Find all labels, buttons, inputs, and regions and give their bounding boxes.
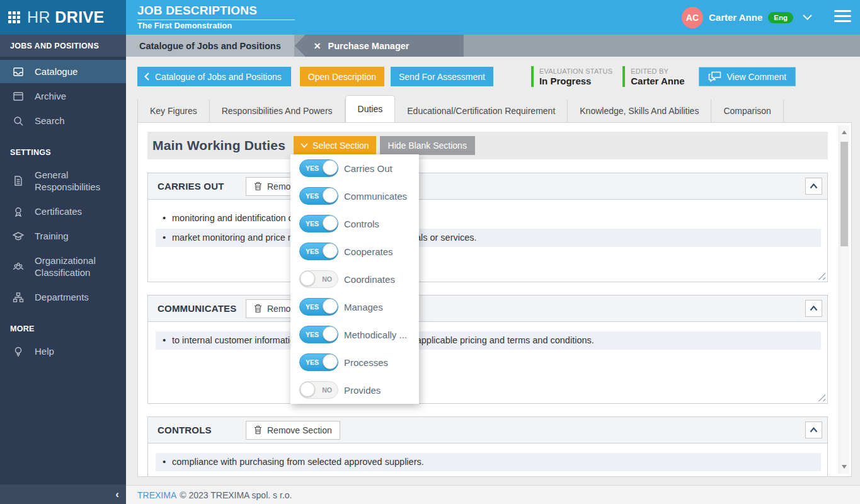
section-controls: CONTROLS Remove Section compliance with … <box>147 416 828 476</box>
tab-comparison[interactable]: Comparison <box>711 100 783 122</box>
section-body[interactable]: compliance with purchasing from selected… <box>148 444 827 476</box>
close-icon[interactable]: ✕ <box>314 41 321 51</box>
dropdown-item-label: Methodically ... <box>344 329 407 340</box>
hamburger-menu-icon[interactable] <box>834 10 851 25</box>
duty-item: monitoring and identification of needs i… <box>156 209 821 227</box>
vertical-scrollbar[interactable] <box>839 125 849 474</box>
app-grid-icon[interactable] <box>8 11 20 23</box>
sidebar-collapse-button[interactable]: ‹ <box>0 484 126 504</box>
toolbar: Catalogue of Jobs and Positions Open Des… <box>137 67 796 86</box>
sidebar-item-label: Archive <box>35 90 66 102</box>
catalogue-icon <box>13 66 24 77</box>
chevron-left-icon <box>144 72 149 81</box>
scrollbar-thumb[interactable] <box>840 142 848 246</box>
toggle-state-label: YES <box>306 164 319 172</box>
trash-icon <box>254 425 262 435</box>
section-body[interactable]: to internal customer information about t… <box>148 322 827 403</box>
chevron-up-icon <box>810 427 818 433</box>
back-button-label: Catalogue of Jobs and Positions <box>155 72 282 82</box>
hide-blank-sections-button[interactable]: Hide Blank Sections <box>380 136 475 155</box>
sidebar-item-catalogue[interactable]: Catalogue <box>0 60 126 83</box>
tab-duties[interactable]: Duties <box>345 95 396 122</box>
app-logo[interactable]: HR DRIVE <box>0 0 126 35</box>
edited-by-value: Carter Anne <box>631 76 684 86</box>
toggle-state-label: YES <box>306 220 319 227</box>
collapse-section-button[interactable] <box>805 421 822 438</box>
language-badge[interactable]: Eng <box>768 12 793 23</box>
duty-item: market monitoring and price negotiation … <box>156 229 821 247</box>
sidebar-item-certificates[interactable]: Certificates <box>0 200 126 223</box>
workspace-tab-purchase-manager[interactable]: ✕ Purchase Manager <box>295 35 464 57</box>
main-content: Catalogue of Jobs and Positions Open Des… <box>126 57 860 485</box>
user-menu[interactable]: AC Carter Anne Eng <box>682 0 812 35</box>
toggle-switch[interactable]: YES <box>299 243 338 260</box>
toggle-knob <box>323 354 338 369</box>
dropdown-item-label: Provides <box>344 385 381 396</box>
collapse-section-button[interactable] <box>805 178 822 195</box>
sidebar-item-label: Training <box>35 230 69 242</box>
sidebar-item-organizational-classification[interactable]: Organizational Classification <box>0 249 126 284</box>
tab-responsibilities-and-powers[interactable]: Responsibilities And Powers <box>210 100 345 122</box>
dropdown-item-label: Communicates <box>344 191 407 202</box>
user-name: Carter Anne <box>709 12 762 23</box>
tab-key-figures[interactable]: Key Figures <box>137 100 210 122</box>
toggle-knob <box>323 326 338 341</box>
sidebar-group-more: MORE <box>0 309 126 338</box>
trexima-link[interactable]: TREXIMA <box>137 490 176 500</box>
trash-icon <box>254 304 262 313</box>
open-description-button[interactable]: Open Description <box>300 67 384 86</box>
toggle-switch[interactable]: YES <box>299 215 338 232</box>
select-section-label: Select Section <box>312 140 369 151</box>
workspace-tab-label: Purchase Manager <box>328 41 410 51</box>
org-chart-icon <box>13 292 24 303</box>
page-subtitle: The First Demonstration <box>137 21 232 30</box>
chevron-down-icon[interactable] <box>803 14 812 20</box>
scrollbar-down-arrow[interactable] <box>842 465 847 469</box>
select-section-button[interactable]: Select Section <box>294 136 376 155</box>
select-section-dropdown: YES Carries Out YES Communicates YES Con… <box>290 154 419 404</box>
sidebar-item-training[interactable]: Training <box>0 224 126 248</box>
remove-section-button[interactable]: Remove Section <box>246 421 340 440</box>
resize-grip[interactable] <box>818 394 825 401</box>
send-for-assessment-button[interactable]: Send For Assessment <box>391 67 493 86</box>
detail-tabs: Key Figures Responsibilities And Powers … <box>137 100 852 122</box>
toggle-switch[interactable]: YES <box>299 353 338 371</box>
toggle-knob <box>323 215 338 231</box>
sidebar-item-departments[interactable]: Departments <box>0 285 126 309</box>
sidebar-item-archive[interactable]: Archive <box>0 84 126 108</box>
toggle-switch[interactable]: YES <box>299 159 338 177</box>
resize-grip[interactable] <box>818 272 825 280</box>
section-title: CARRIES OUT <box>158 181 246 192</box>
tab-knowledge-skills-and-abilities[interactable]: Knowledge, Skills And Abilities <box>568 100 711 122</box>
scrollbar-up-arrow[interactable] <box>842 130 847 134</box>
sidebar-item-search[interactable]: Search <box>0 109 126 132</box>
toggle-switch[interactable]: NO <box>299 381 338 399</box>
toggle-switch[interactable]: YES <box>299 187 338 205</box>
sidebar-item-label: Help <box>35 345 54 357</box>
workspace-tab-catalogue[interactable]: Catalogue of Jobs and Positions <box>126 35 294 57</box>
toggle-switch[interactable]: YES <box>299 326 338 343</box>
remove-section-label: Remove Section <box>267 425 332 435</box>
toggle-switch[interactable]: YES <box>299 298 338 316</box>
sidebar-item-help[interactable]: Help <box>0 340 126 363</box>
view-comment-label: View Comment <box>727 72 787 82</box>
dropdown-item-provides: NO Provides <box>290 376 419 404</box>
dropdown-item-coordinates: NO Coordinates <box>290 265 419 293</box>
toggle-knob <box>300 382 315 397</box>
avatar[interactable]: AC <box>682 7 703 28</box>
toggle-state-label: YES <box>306 192 319 200</box>
back-to-catalogue-button[interactable]: Catalogue of Jobs and Positions <box>137 67 291 86</box>
section-body[interactable]: monitoring and identification of needs i… <box>148 200 827 282</box>
dropdown-item-controls: YES Controls <box>290 210 419 238</box>
tab-educational-certification-requirement[interactable]: Educational/Certification Requirement <box>395 100 568 122</box>
evaluation-status-value: In Progress <box>539 76 612 86</box>
sidebar-item-general-responsibilities[interactable]: General Responsibilities <box>0 163 126 198</box>
duty-list: monitoring and identification of needs i… <box>156 209 821 247</box>
sidebar-item-label: General Responsibilities <box>35 169 110 193</box>
collapse-section-button[interactable] <box>805 300 822 317</box>
section-title: COMMUNICATES <box>158 303 246 314</box>
copyright-text: © 2023 TREXIMA spol. s r.o. <box>180 490 292 500</box>
toggle-state-label: YES <box>306 248 319 255</box>
toggle-switch[interactable]: NO <box>299 270 338 288</box>
view-comment-button[interactable]: View Comment <box>699 67 796 86</box>
